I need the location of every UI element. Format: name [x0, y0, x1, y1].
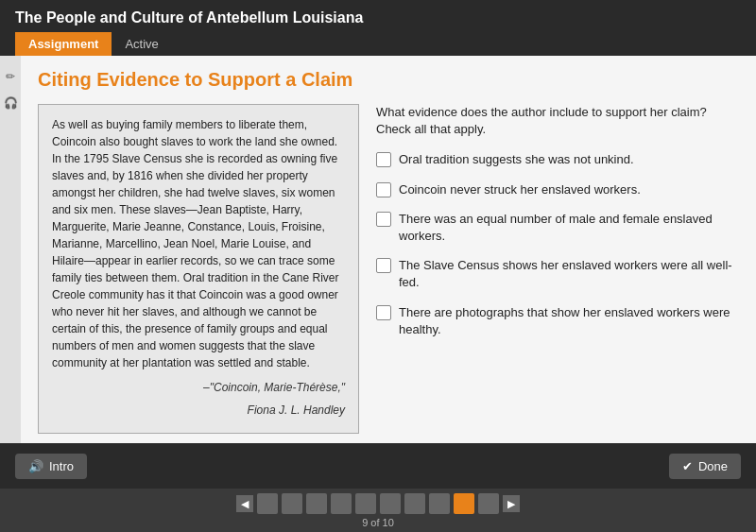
done-label: Done	[698, 459, 728, 473]
nav-bar: ◀ ▶ 9 of 10	[0, 489, 756, 532]
pencil-icon: ✏	[3, 69, 18, 84]
answer-option-2[interactable]: Coincoin never struck her enslaved worke…	[376, 181, 739, 198]
left-sidebar: ✏ 🎧	[0, 56, 21, 443]
question-prompt: What evidence does the author include to…	[376, 104, 739, 138]
checkbox-4[interactable]	[376, 258, 391, 273]
header-tabs: Assignment Active	[15, 32, 741, 56]
answer-text-1: Oral tradition suggests she was not unki…	[399, 151, 634, 168]
nav-row: ◀ ▶	[236, 493, 520, 514]
speaker-icon: 🔊	[28, 459, 43, 473]
header: The People and Culture of Antebellum Lou…	[0, 0, 756, 56]
answer-option-3[interactable]: There was an equal number of male and fe…	[376, 211, 739, 245]
nav-prev-button[interactable]: ◀	[236, 495, 253, 512]
nav-page-4[interactable]	[331, 493, 352, 514]
nav-page-9[interactable]	[454, 493, 474, 514]
done-button[interactable]: ✔ Done	[669, 454, 741, 479]
nav-page-3[interactable]	[306, 493, 327, 514]
section-title: Citing Evidence to Support a Claim	[38, 69, 739, 91]
answer-option-5[interactable]: There are photographs that show her ensl…	[376, 304, 739, 338]
tab-active[interactable]: Active	[112, 32, 171, 56]
main-panel: Citing Evidence to Support a Claim As we…	[21, 56, 756, 443]
page-title: The People and Culture of Antebellum Lou…	[15, 9, 741, 26]
checkbox-1[interactable]	[376, 152, 391, 167]
intro-label: Intro	[49, 459, 74, 473]
nav-page-2[interactable]	[282, 493, 302, 514]
content-area: ✏ 🎧 Citing Evidence to Support a Claim A…	[0, 56, 756, 443]
nav-page-5[interactable]	[355, 493, 376, 514]
answer-option-4[interactable]: The Slave Census shows her enslaved work…	[376, 257, 739, 291]
nav-page-6[interactable]	[380, 493, 401, 514]
attribution-line1: –"Coincoin, Marie-Thérèse,"	[52, 379, 345, 396]
nav-next-button[interactable]: ▶	[503, 495, 520, 512]
answer-text-4: The Slave Census shows her enslaved work…	[399, 257, 739, 291]
nav-page-10[interactable]	[478, 493, 499, 514]
checkbox-3[interactable]	[376, 212, 391, 227]
tab-assignment[interactable]: Assignment	[15, 32, 112, 56]
answer-option-1[interactable]: Oral tradition suggests she was not unki…	[376, 151, 739, 168]
checkbox-5[interactable]	[376, 305, 391, 320]
bottom-bar: 🔊 Intro ✔ Done	[0, 443, 756, 489]
headphone-icon: 🎧	[3, 95, 18, 111]
nav-page-1[interactable]	[257, 493, 278, 514]
nav-page-7[interactable]	[404, 493, 425, 514]
answer-text-3: There was an equal number of male and fe…	[399, 211, 739, 245]
content-row: As well as buying family members to libe…	[38, 104, 739, 434]
checkmark-icon: ✔	[682, 459, 693, 473]
answer-text-2: Coincoin never struck her enslaved worke…	[399, 181, 641, 198]
attribution-line2: Fiona J. L. Handley	[52, 402, 345, 419]
intro-button[interactable]: 🔊 Intro	[15, 454, 87, 479]
answer-text-5: There are photographs that show her ensl…	[399, 304, 739, 338]
passage-body: As well as buying family members to libe…	[52, 116, 345, 371]
nav-page-8[interactable]	[429, 493, 450, 514]
questions-area: What evidence does the author include to…	[376, 104, 739, 434]
checkbox-2[interactable]	[376, 182, 391, 197]
passage-textbox: As well as buying family members to libe…	[38, 104, 359, 434]
page-counter: 9 of 10	[362, 517, 394, 528]
